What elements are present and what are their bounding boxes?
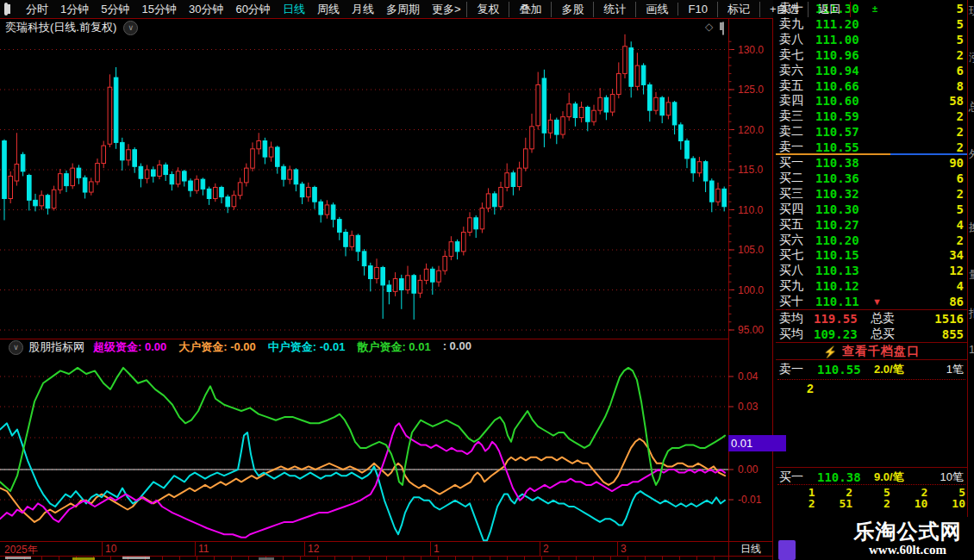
bid-row[interactable]: 买一110.3890 xyxy=(779,155,964,171)
chevron-down-icon[interactable]: ∨ xyxy=(123,21,138,35)
period-menu-item-6[interactable]: 日线 xyxy=(277,2,311,17)
bid-label: 买八 xyxy=(779,263,815,278)
period-menu-item-2[interactable]: 5分钟 xyxy=(95,2,135,17)
bid-label: 买五 xyxy=(779,217,815,233)
ask-row[interactable]: 卖四110.6058 xyxy=(779,93,964,109)
bid-mark-icon: ▼ xyxy=(872,296,884,307)
panel-divider xyxy=(776,309,967,310)
period-menu-item-5[interactable]: 60分钟 xyxy=(229,2,276,17)
tool-menu-item-8[interactable]: 返回 xyxy=(808,2,851,17)
buy-queue-lot: 2 xyxy=(890,486,928,497)
summary-cell: 买均 xyxy=(779,327,814,342)
buy-queue-lot: 10 xyxy=(927,497,965,508)
period-menu-item-10[interactable]: 更多> xyxy=(426,2,467,17)
period-menu-item-3[interactable]: 15分钟 xyxy=(135,2,182,17)
ask-qty: 8 xyxy=(884,79,964,93)
buy-queue-lot: 5 xyxy=(852,486,890,497)
bid-qty: 12 xyxy=(884,264,964,277)
bid-row[interactable]: 买八110.1312 xyxy=(779,263,964,278)
view-thousand-depth-button[interactable]: 查看千档盘口 xyxy=(842,344,920,359)
panel-layout-icon[interactable] xyxy=(722,22,724,34)
period-menu-item-1[interactable]: 1分钟 xyxy=(54,2,95,17)
tool-menu-item-3[interactable]: 统计 xyxy=(593,2,635,17)
ask-row[interactable]: 卖七110.962 xyxy=(779,47,964,63)
bid-price: 110.15 xyxy=(815,248,872,262)
ask-row[interactable]: 卖八111.005 xyxy=(779,32,964,47)
buy-queue-lot: 5 xyxy=(927,486,965,497)
level2-sell-row[interactable]: 卖一 110.55 2.0/笔 1笔 xyxy=(779,362,964,377)
current-value-badge: 0.01 xyxy=(728,435,786,451)
period-menu-item-7[interactable]: 周线 xyxy=(311,2,346,17)
ask-label: 卖六 xyxy=(779,63,815,78)
ask-row[interactable]: 卖一110.552 xyxy=(779,140,964,155)
level2-buy-row[interactable]: 买一 110.38 9.0/笔 10笔 xyxy=(779,470,964,485)
ask-price: 110.66 xyxy=(815,79,872,93)
period-menu-item-4[interactable]: 30分钟 xyxy=(183,2,229,17)
ask-row[interactable]: 卖六110.946 xyxy=(779,63,964,78)
bid-row[interactable]: 买十110.11▼86 xyxy=(779,294,964,309)
sidebar-toggle-icon[interactable] xyxy=(4,3,8,16)
indicator-name: 股朋指标网 xyxy=(28,339,84,355)
bid-row[interactable]: 买五110.274 xyxy=(779,217,964,233)
bid-row[interactable]: 买七110.1534 xyxy=(779,247,964,263)
x-axis-label-6: 3 xyxy=(621,543,627,555)
bid-qty: 4 xyxy=(884,218,964,232)
summary-cell: 109.23 xyxy=(814,327,871,341)
panel-divider xyxy=(776,342,967,343)
tool-menu-item-0[interactable]: 复权 xyxy=(466,2,509,17)
dotted-divider xyxy=(777,379,965,380)
diamond-marker-icon[interactable]: ◇ xyxy=(705,21,713,33)
ask-qty: 5 xyxy=(884,33,964,47)
buy-queue-lot: 1 xyxy=(777,486,815,497)
ask-mark-icon: ± xyxy=(872,3,884,14)
ask-price: 110.55 xyxy=(815,140,872,154)
tool-menu-item-5[interactable]: F10 xyxy=(677,3,716,16)
sell1-label: 卖一 xyxy=(779,362,817,377)
chart-title-row: 奕瑞科技(日线.前复权) ∨ xyxy=(5,20,138,35)
time-axis[interactable]: 2025年101112123 日线 xyxy=(0,542,773,556)
bid-row[interactable]: 买二110.366 xyxy=(779,171,964,186)
watermark: 乐淘公式网 www.60lt.com xyxy=(841,517,974,560)
order-book-panel: ⚡ 查看千档盘口 卖一 110.55 2.0/笔 1笔 2 买一 110.38 … xyxy=(776,0,967,560)
bid-row[interactable]: 买九110.124 xyxy=(779,278,964,294)
tool-menu-item-2[interactable]: 多股 xyxy=(551,2,593,17)
trading-app-window: 130.0125.0120.0115.0110.0105.0100.095.00… xyxy=(0,0,974,560)
ask-row[interactable]: 卖三110.592 xyxy=(779,109,964,124)
tool-menu-item-4[interactable]: 画线 xyxy=(635,2,677,17)
period-menu-item-8[interactable]: 月线 xyxy=(346,2,380,17)
period-menu-item-0[interactable]: 分时 xyxy=(20,2,54,17)
ask-qty: 5 xyxy=(884,17,964,31)
svg-text:130.0: 130.0 xyxy=(738,44,764,56)
tool-menu-item-6[interactable]: 标记 xyxy=(717,2,759,17)
watermark-url: www.60lt.com xyxy=(869,543,946,557)
indicator-series-value-1: 大户资金: -0.00 xyxy=(178,339,256,355)
bid-label: 买三 xyxy=(779,186,815,202)
svg-text:100.0: 100.0 xyxy=(738,284,764,296)
ask-row[interactable]: 卖五110.668 xyxy=(779,78,964,94)
tool-menu-item-7[interactable]: +自选 xyxy=(759,2,809,17)
summary-row-0: 卖均119.55总卖1516 xyxy=(779,311,964,327)
collapse-indicator-icon[interactable]: ∨ xyxy=(9,340,23,355)
panel-divider xyxy=(776,467,967,468)
ask-row[interactable]: 卖九111.205 xyxy=(779,16,964,32)
indicator-series-value-4: : 0.00 xyxy=(443,339,471,355)
x-axis-label-1: 10 xyxy=(105,543,116,555)
bid-row[interactable]: 买三110.322 xyxy=(779,186,964,202)
bid-qty: 2 xyxy=(884,187,964,201)
ask-row[interactable]: 卖二110.572 xyxy=(779,124,964,140)
bid-qty: 6 xyxy=(884,171,964,185)
indicator-header: ∨ 股朋指标网 超级资金: 0.00大户资金: -0.00中户资金: -0.01… xyxy=(2,340,484,354)
ask-label: 卖三 xyxy=(779,109,815,124)
clipped-glyph: 现 xyxy=(969,3,974,19)
bid-row[interactable]: 买六110.202 xyxy=(779,233,964,248)
stock-title: 奕瑞科技(日线.前复权) xyxy=(5,20,116,35)
bid-row[interactable]: 买四110.305 xyxy=(779,202,964,217)
bid-qty: 90 xyxy=(884,156,964,170)
tool-menu-item-1[interactable]: 叠加 xyxy=(509,2,551,17)
ask-label: 卖四 xyxy=(779,93,815,109)
watermark-logo xyxy=(778,540,796,560)
period-menu-item-9[interactable]: 多周期 xyxy=(380,2,426,17)
clipped-panel-edge: 现涨总外换量报1 xyxy=(967,0,974,560)
x-axis-label-5: 2 xyxy=(543,543,549,555)
summary-cell: 855 xyxy=(905,327,964,341)
